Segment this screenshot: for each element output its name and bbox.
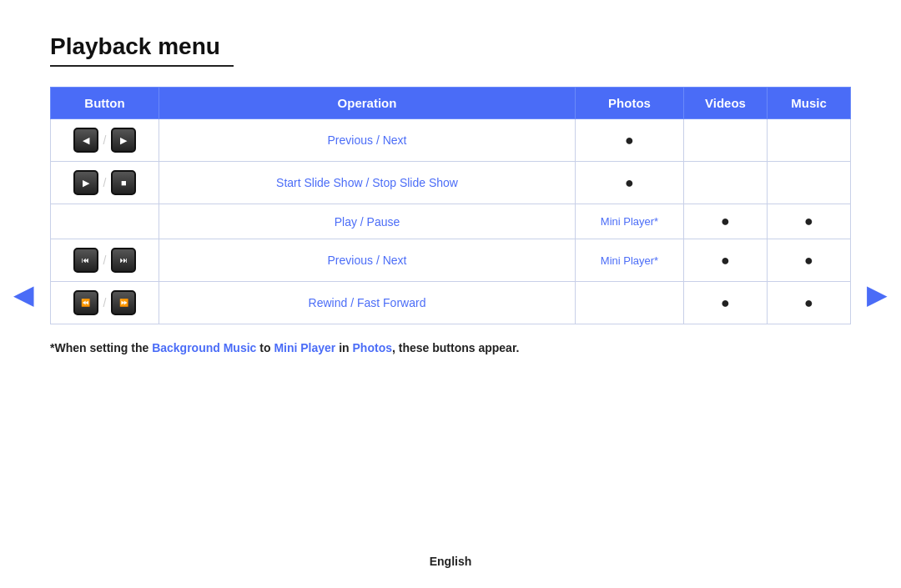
table-row: ◀ / ▶ Previous / Next ● [51, 119, 851, 162]
photos-mini-cell: Mini Player* [576, 239, 684, 282]
photos-cell: ● [576, 119, 684, 162]
photos-cell: ● [576, 162, 684, 204]
pause-link[interactable]: Pause [367, 215, 400, 229]
photos-cell [576, 282, 684, 324]
play-button-icon: ▶ [73, 170, 98, 195]
bullet: ● [804, 252, 813, 269]
rewind-icon: ⏪ [73, 290, 98, 315]
mini-player-link[interactable]: Mini Player [274, 341, 335, 354]
table-row: ⏮ / ⏭ Previous / Next Mini Player* ● [51, 239, 851, 282]
operation-cell: Rewind / Fast Forward [159, 282, 576, 324]
footnote-in: in [335, 341, 352, 354]
separator: / [103, 296, 107, 309]
slash: / [360, 215, 367, 229]
col-header-photos: Photos [576, 88, 684, 119]
music-cell: ● [768, 204, 851, 239]
col-header-videos: Videos [684, 88, 768, 119]
table-row: Play / Pause Mini Player* ● ● [51, 204, 851, 239]
footnote-prefix: *When setting the [50, 341, 152, 354]
page-content: Playback menu Button Operation Photos Vi… [0, 0, 901, 374]
button-cell: ⏮ / ⏭ [51, 239, 159, 282]
videos-cell: ● [684, 282, 768, 324]
title-divider [50, 65, 234, 67]
slash: / [376, 254, 383, 267]
videos-cell: ● [684, 204, 768, 239]
mini-player-label: Mini Player* [587, 215, 672, 228]
col-header-operation: Operation [159, 88, 576, 119]
photos-mini-cell: Mini Player* [576, 204, 684, 239]
footnote-suffix: , these buttons appear. [392, 341, 519, 354]
bullet: ● [721, 252, 730, 269]
mini-player-label: Mini Player* [587, 254, 672, 267]
stop-slideshow-link[interactable]: Stop Slide Show [372, 176, 458, 189]
music-cell: ● [768, 282, 851, 324]
table-header-row: Button Operation Photos Videos Music [51, 88, 851, 119]
fastforward-icon: ⏩ [111, 290, 136, 315]
bullet: ● [721, 294, 730, 311]
prev-button-icon: ◀ [73, 128, 98, 153]
next-link[interactable]: Next [383, 133, 407, 147]
bullet: ● [625, 132, 634, 148]
playback-table: Button Operation Photos Videos Music ◀ /… [50, 87, 851, 324]
separator: / [103, 254, 107, 267]
start-slideshow-link[interactable]: Start Slide Show [276, 176, 363, 189]
prev-track-link[interactable]: Previous [328, 254, 373, 267]
operation-cell: Play / Pause [159, 204, 576, 239]
fastforward-link[interactable]: Fast Forward [357, 296, 425, 309]
button-cell: ▶ / ■ [51, 162, 159, 204]
bullet: ● [804, 213, 813, 229]
bg-music-link[interactable]: Background Music [152, 341, 256, 354]
videos-cell [684, 162, 768, 204]
videos-cell: ● [684, 239, 768, 282]
col-header-music: Music [768, 88, 851, 119]
next-track-icon: ⏭ [111, 248, 136, 273]
bullet: ● [721, 213, 730, 229]
next-button-icon: ▶ [111, 128, 136, 153]
button-cell: ⏪ / ⏩ [51, 282, 159, 324]
play-link[interactable]: Play [335, 215, 357, 229]
nav-prev-arrow[interactable]: ◀ [13, 279, 34, 310]
language-label: English [430, 555, 472, 568]
nav-next-arrow[interactable]: ▶ [867, 279, 888, 310]
footnote: *When setting the Background Music to Mi… [50, 339, 851, 357]
col-header-button: Button [51, 88, 159, 119]
prev-track-icon: ⏮ [73, 248, 98, 273]
table-row: ⏪ / ⏩ Rewind / Fast Forward ● ● [51, 282, 851, 324]
videos-cell [684, 119, 768, 162]
prev-link[interactable]: Previous [328, 133, 373, 147]
bullet: ● [804, 294, 813, 311]
bullet: ● [625, 174, 634, 191]
table-row: ▶ / ■ Start Slide Show / Stop Slide Show… [51, 162, 851, 204]
slash: / [350, 296, 357, 309]
music-cell [768, 119, 851, 162]
rewind-link[interactable]: Rewind [309, 296, 348, 309]
photos-link[interactable]: Photos [353, 341, 392, 354]
music-cell: ● [768, 239, 851, 282]
button-cell [51, 204, 159, 239]
stop-button-icon: ■ [111, 170, 136, 195]
page-title: Playback menu [50, 33, 851, 60]
operation-cell: Start Slide Show / Stop Slide Show [159, 162, 576, 204]
slash: / [376, 133, 383, 147]
next-track-link[interactable]: Next [383, 254, 407, 267]
separator: / [103, 133, 107, 147]
footnote-to: to [256, 341, 274, 354]
operation-cell: Previous / Next [159, 239, 576, 282]
music-cell [768, 162, 851, 204]
button-cell: ◀ / ▶ [51, 119, 159, 162]
operation-cell: Previous / Next [159, 119, 576, 162]
separator: / [103, 176, 107, 189]
